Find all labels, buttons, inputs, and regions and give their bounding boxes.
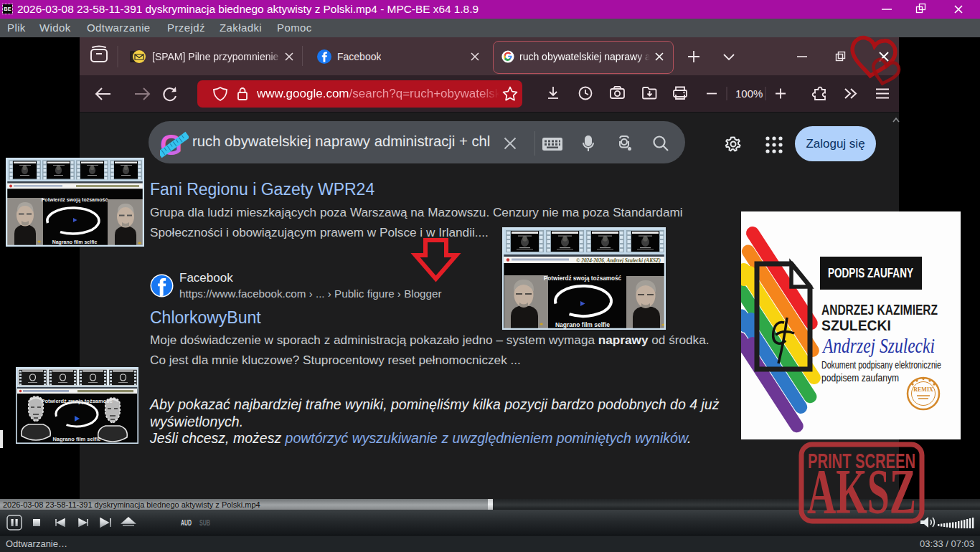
svg-text:podpisem zaufanym: podpisem zaufanym <box>821 372 899 384</box>
svg-text:AKSZ: AKSZ <box>807 457 916 524</box>
svg-text:ANDRZEJ KAZIMIERZ: ANDRZEJ KAZIMIERZ <box>821 301 938 318</box>
svg-text:Nagrano film selfie: Nagrano film selfie <box>555 321 610 328</box>
svg-text:Andrzej Szulecki: Andrzej Szulecki <box>821 333 935 357</box>
svg-text:Nagrano film selfie: Nagrano film selfie <box>52 239 98 245</box>
svg-text:Nagrano film selfie: Nagrano film selfie <box>52 436 100 442</box>
svg-text:Potwierdź swoją tożsamość: Potwierdź swoją tożsamość <box>41 398 112 404</box>
svg-text:AUD: AUD <box>181 518 192 527</box>
svg-text:Potwierdź swoją tożsamość: Potwierdź swoją tożsamość <box>42 197 108 203</box>
svg-text:Dokument podpisany elektronicz: Dokument podpisany elektronicznie <box>821 359 941 371</box>
svg-text:SUB: SUB <box>199 518 210 527</box>
svg-text:Potwierdź swoją tożsamość: Potwierdź swoją tożsamość <box>544 275 622 282</box>
svg-text:100%: 100% <box>735 87 763 100</box>
svg-text:REMIX: REMIX <box>913 386 933 393</box>
svg-text:© 2024-2026, Andrzej Szulecki: © 2024-2026, Andrzej Szulecki (AKSZ) <box>576 257 661 264</box>
svg-text:PODPIS ZAUFANY: PODPIS ZAUFANY <box>828 266 913 280</box>
svg-text:SZULECKI: SZULECKI <box>821 317 891 333</box>
